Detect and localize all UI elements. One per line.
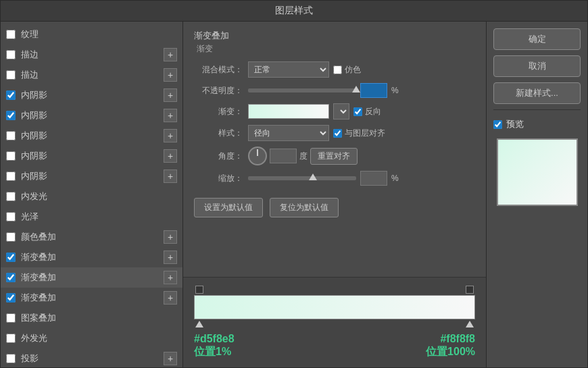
angle-value[interactable]: 90 [270,149,297,163]
opacity-control: 100 % [248,83,399,98]
layer-item-color-overlay[interactable]: 颜色叠加+ [1,227,182,247]
blend-mode-select[interactable]: 正常 溶解 正片叠底 滤色 [248,61,329,78]
reset-align-btn[interactable]: 重置对齐 [310,148,358,165]
label-gradient-overlay2: 渐变叠加 [21,271,164,284]
layer-item-gradient-overlay3[interactable]: 渐变叠加+ [1,288,182,308]
angle-dial[interactable] [248,147,267,165]
checkbox-gradient-overlay3[interactable] [6,293,16,303]
checkbox-gradient-overlay2[interactable] [6,273,16,282]
gradient-label: 渐变： [194,106,248,117]
scale-row: 缩放： 150 % [194,171,475,186]
layer-item-inner-shadow2[interactable]: 内阴影+ [1,105,182,126]
checkbox-inner-shadow1[interactable] [6,90,16,100]
bottom-left-handle[interactable] [195,321,203,327]
preview-checkbox[interactable] [493,120,502,129]
dialog-body: 纹理描边+描边+内阴影+内阴影+内阴影+内阴影+内阴影+内发光光泽颜色叠加+渐变… [1,22,587,367]
layer-item-inner-shadow4[interactable]: 内阴影+ [1,146,182,166]
checkbox-outer-glow[interactable] [6,334,16,343]
scale-slider[interactable] [248,173,356,184]
add-btn-inner-shadow4[interactable]: + [164,149,177,163]
add-btn-gradient-overlay1[interactable]: + [164,251,177,264]
add-btn-stroke1[interactable]: + [164,48,177,61]
gradient-select-arrow[interactable]: ▼ [333,103,349,120]
simulate-color-checkbox[interactable] [333,65,342,74]
layer-item-gradient-overlay1[interactable]: 渐变叠加+ [1,247,182,267]
checkbox-texture[interactable] [6,30,16,39]
add-btn-color-overlay[interactable]: + [164,230,177,244]
layer-item-stroke2[interactable]: 描边+ [1,65,182,85]
layer-item-shadow[interactable]: 投影+ [1,348,182,367]
checkbox-pattern-overlay[interactable] [6,313,16,323]
add-btn-stroke2[interactable]: + [164,68,177,82]
style-control: 线性 径向 角度 对称 菱形 与图层对齐 [248,125,385,141]
gradient-control: ▼ 反向 [248,103,381,120]
layer-style-dialog: 图层样式 纹理描边+描边+内阴影+内阴影+内阴影+内阴影+内阴影+内发光光泽颜色… [0,0,588,368]
layer-item-inner-shadow5[interactable]: 内阴影+ [1,166,182,186]
label-outer-glow: 外发光 [21,332,177,344]
cancel-button[interactable]: 取消 [493,55,581,77]
checkbox-inner-shadow5[interactable] [6,172,16,181]
reset-default-btn[interactable]: 复位为默认值 [270,198,339,217]
top-right-handle[interactable] [466,286,474,294]
angle-row: 角度： 90 度 重置对齐 [194,147,475,165]
gradient-bar-labels: #d5f8e8 位置1% #f8f8f8 位置100% [194,333,475,359]
new-style-button[interactable]: 新建样式... [493,82,581,104]
checkbox-stroke2[interactable] [6,70,16,80]
gradient-row: 渐变： ▼ 反向 [194,103,475,120]
opacity-value[interactable]: 100 [360,83,387,98]
scale-value[interactable]: 150 [360,171,387,186]
checkbox-shadow[interactable] [6,354,16,363]
add-btn-shadow[interactable]: + [164,352,177,365]
opacity-thumb[interactable] [352,86,360,93]
opacity-slider[interactable] [248,85,356,96]
reverse-group: 反向 [353,106,381,117]
preview-check-group: 预览 [493,118,581,130]
simulate-color-group: 仿色 [333,64,361,76]
gradient-bar[interactable] [194,295,475,319]
add-btn-inner-shadow2[interactable]: + [164,109,177,122]
add-btn-gradient-overlay3[interactable]: + [164,291,177,305]
checkbox-inner-glow[interactable] [6,192,16,201]
checkbox-inner-shadow4[interactable] [6,151,16,161]
label-inner-shadow4: 内阴影 [21,150,164,162]
align-layer-checkbox[interactable] [333,129,342,138]
add-btn-inner-shadow1[interactable]: + [164,88,177,102]
reverse-checkbox[interactable] [353,107,362,116]
align-layer-group: 与图层对齐 [333,128,385,139]
checkbox-inner-shadow3[interactable] [6,131,16,140]
angle-unit: 度 [299,151,308,162]
layer-item-pattern-overlay[interactable]: 图案叠加 [1,308,182,328]
layer-item-inner-glow[interactable]: 内发光 [1,186,182,207]
scale-track [248,176,356,180]
checkbox-color-overlay[interactable] [6,232,16,242]
scale-control: 150 % [248,171,399,186]
layer-item-inner-shadow1[interactable]: 内阴影+ [1,85,182,105]
layer-item-inner-shadow3[interactable]: 内阴影+ [1,126,182,146]
top-left-handle[interactable] [195,286,203,294]
left-panel: 纹理描边+描边+内阴影+内阴影+内阴影+内阴影+内阴影+内发光光泽颜色叠加+渐变… [1,22,183,367]
opacity-unit: % [391,86,399,95]
layer-item-outer-glow[interactable]: 外发光 [1,328,182,348]
checkbox-gloss[interactable] [6,212,16,221]
angle-label: 角度： [194,151,248,162]
scale-unit: % [391,174,399,183]
layer-item-texture[interactable]: 纹理 [1,24,182,45]
action-buttons: 设置为默认值 复位为默认值 [194,198,475,217]
layer-item-stroke1[interactable]: 描边+ [1,45,182,65]
add-btn-inner-shadow5[interactable]: + [164,169,177,183]
ok-button[interactable]: 确定 [493,28,581,50]
gradient-preview[interactable] [248,104,329,119]
middle-panel: 渐变叠加 渐变 混合模式： 正常 溶解 正片叠底 滤色 [183,22,486,266]
checkbox-inner-shadow2[interactable] [6,111,16,120]
scale-thumb[interactable] [309,174,317,180]
add-btn-gradient-overlay2[interactable]: + [164,271,177,284]
checkbox-gradient-overlay1[interactable] [6,253,16,262]
checkbox-stroke1[interactable] [6,50,16,59]
layer-item-gloss[interactable]: 光泽 [1,207,182,227]
style-select[interactable]: 线性 径向 角度 对称 菱形 [248,125,329,141]
layer-item-gradient-overlay2[interactable]: 渐变叠加+ [1,267,182,288]
bottom-right-handle[interactable] [466,321,474,327]
set-default-btn[interactable]: 设置为默认值 [194,198,263,217]
gradient-right-color: #f8f8f8 [426,333,475,345]
add-btn-inner-shadow3[interactable]: + [164,129,177,142]
